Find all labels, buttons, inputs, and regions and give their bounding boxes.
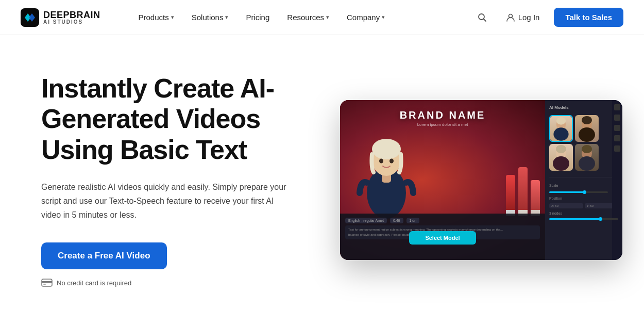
logo-brand-name: DEEPBRAIN <box>43 10 100 20</box>
app-mockup: BRAND NAME Lorem ipsum dolor sit a met <box>340 100 622 260</box>
svg-point-11 <box>379 159 383 164</box>
model-thumb-1[interactable] <box>549 115 573 142</box>
avatar-figure <box>350 105 422 219</box>
login-button[interactable]: Log In <box>500 9 546 26</box>
panel-icon <box>614 145 620 152</box>
credits-pill: 1 dn <box>406 218 420 223</box>
logo-sub-name: AI STUDIOS <box>43 20 100 25</box>
nodes-label: 3 nodes <box>549 212 618 215</box>
chevron-down-icon: ▾ <box>225 14 228 21</box>
chevron-down-icon: ▾ <box>171 14 174 21</box>
chevron-down-icon: ▾ <box>382 14 385 21</box>
panel-icon <box>614 104 620 110</box>
nav-links: Products ▾ Solutions ▾ Pricing Resources… <box>131 9 473 26</box>
svg-point-24 <box>582 145 592 153</box>
panel-icon <box>614 115 620 121</box>
nav-item-products[interactable]: Products ▾ <box>131 9 181 26</box>
svg-point-15 <box>556 117 566 125</box>
svg-rect-6 <box>43 284 46 285</box>
svg-point-18 <box>582 116 592 124</box>
hero-section: Instantly Create AI-Generated Videos Usi… <box>0 35 644 325</box>
search-button[interactable] <box>473 8 492 27</box>
user-icon <box>506 13 515 22</box>
lipstick-group <box>506 167 540 216</box>
svg-point-12 <box>389 159 394 164</box>
panel-controls: Scale 1x Position X: 50 Y: 50 <box>549 184 618 220</box>
scale-label: Scale <box>549 184 618 187</box>
nav-item-solutions[interactable]: Solutions ▾ <box>184 9 236 26</box>
model-thumb-4[interactable] <box>575 144 599 171</box>
model-thumb-2[interactable] <box>575 115 599 142</box>
chevron-down-icon: ▾ <box>326 14 329 21</box>
hero-title: Instantly Create AI-Generated Videos Usi… <box>41 73 309 166</box>
scale-slider-row: 1x <box>549 190 618 193</box>
create-video-button[interactable]: Create a Free AI Video <box>41 242 167 269</box>
hero-description: Generate realistic AI videos quickly and… <box>41 180 289 222</box>
no-cc-text: No credit card is required <box>57 279 131 287</box>
position-label: Position <box>549 197 618 200</box>
model-thumb-3[interactable] <box>549 144 573 171</box>
mockup-video-area: BRAND NAME Lorem ipsum dolor sit a met <box>340 100 545 260</box>
hero-left: Instantly Create AI-Generated Videos Usi… <box>41 73 309 287</box>
nav-right: Log In Talk to Sales <box>473 8 623 27</box>
select-model-button[interactable]: Select Model <box>409 231 476 245</box>
panel-icon <box>614 135 620 141</box>
panel-divider <box>549 177 618 177</box>
navbar: DEEPBRAIN AI STUDIOS Products ▾ Solution… <box>0 0 644 35</box>
talk-to-sales-button[interactable]: Talk to Sales <box>554 8 623 27</box>
nav-item-pricing[interactable]: Pricing <box>239 9 277 26</box>
nav-item-company[interactable]: Company ▾ <box>340 9 392 26</box>
logo[interactable]: DEEPBRAIN AI STUDIOS <box>21 8 100 27</box>
svg-rect-5 <box>42 281 52 283</box>
panel-title: AI Models <box>549 105 618 110</box>
scale-slider[interactable] <box>549 191 608 193</box>
no-credit-card-notice: No credit card is required <box>41 279 309 287</box>
svg-point-20 <box>553 156 569 171</box>
credit-card-icon <box>41 279 53 287</box>
svg-line-2 <box>483 19 486 21</box>
nav-item-resources[interactable]: Resources ▾ <box>280 9 336 26</box>
logo-text: DEEPBRAIN AI STUDIOS <box>43 10 100 25</box>
svg-point-21 <box>556 145 566 153</box>
svg-point-14 <box>553 127 568 141</box>
panel-icon <box>614 125 620 131</box>
nodes-slider-row <box>549 218 618 220</box>
position-inputs: X: 50 Y: 50 <box>549 203 618 208</box>
language-pill: English - regular Amet <box>345 218 387 223</box>
mockup-right-panel: AI Models <box>545 100 622 260</box>
logo-icon <box>21 8 39 27</box>
svg-point-23 <box>579 156 595 171</box>
svg-point-17 <box>579 127 595 142</box>
duration-pill: 0:46 <box>390 218 403 223</box>
hero-right: BRAND NAME Lorem ipsum dolor sit a met <box>340 100 622 260</box>
search-icon <box>478 13 487 22</box>
svg-point-10 <box>372 139 401 159</box>
model-grid <box>549 115 618 171</box>
nodes-slider[interactable] <box>549 218 618 220</box>
